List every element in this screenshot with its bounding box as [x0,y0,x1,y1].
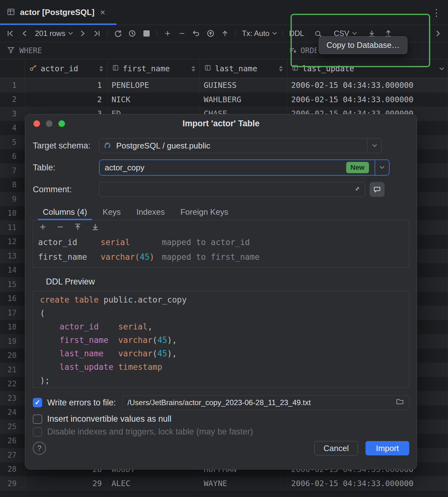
add-row-button[interactable]: + [162,27,173,40]
help-button[interactable]: ? [33,442,46,455]
gutter-header [0,59,25,78]
tab-foreign-keys[interactable]: Foreign Keys [174,204,234,219]
table-name-input[interactable]: actor_copy New [99,159,390,176]
tx-mode-dropdown[interactable]: Tx: Auto [242,29,276,38]
columns-toolbar [33,220,409,235]
previous-page-button[interactable] [19,27,30,40]
cell-last-name[interactable]: WAYNE [200,476,287,491]
cell-first-name[interactable]: PENELOPE [108,78,200,93]
sort-arrows-icon[interactable] [279,66,283,72]
expand-icon[interactable] [354,185,361,194]
delete-row-button[interactable]: − [176,27,187,40]
column-type: varchar(45) [101,267,162,268]
column-icon [292,64,299,73]
first-page-button[interactable] [5,27,16,40]
column-header-last-update[interactable]: last_update [287,59,448,78]
column-header-actor-id[interactable]: actor_id [25,59,108,78]
target-schema-select[interactable]: PostgreSQL / guest.public [99,138,382,153]
comment-label: Comment: [33,185,72,194]
ddl-button[interactable]: DDL [289,29,304,38]
cell-last-update[interactable]: 2006-02-15 04:34:33.000000 [287,93,448,107]
cell-actor-id[interactable]: 1 [25,78,108,93]
column-header-last-name[interactable]: last_name [200,59,287,78]
row-number: 10 [0,206,25,221]
schema-dropdown-button[interactable] [367,138,381,153]
ddl-preview-label: DDL Preview [46,277,409,287]
column-mapping-row[interactable]: last_name varchar(45) mapped to last_nam… [33,264,409,268]
tab-columns[interactable]: Columns (4) [37,204,93,219]
import-table-dialog: Import 'actor' Table Target schema: Post… [25,114,417,469]
cell-actor-id[interactable]: 2 [25,93,108,107]
cell-last-name[interactable]: GUINESS [200,78,287,93]
table-dropdown-button[interactable] [375,160,389,175]
tab-close-icon[interactable]: × [100,8,105,17]
zoom-window-button[interactable] [58,120,65,127]
kebab-menu-icon[interactable]: ⋮ [432,7,441,18]
cell-first-name[interactable]: NICK [108,93,200,107]
row-number: 3 [0,107,25,121]
revert-button[interactable] [191,27,202,40]
cell-last-name[interactable]: WAHLBERG [200,93,287,107]
remove-column-button[interactable] [56,223,64,232]
column-name: first_name [123,64,170,73]
sort-arrows-icon[interactable] [99,66,103,72]
row-number: 9 [0,192,25,206]
toolbar-separator [157,30,157,37]
order-by-group[interactable]: ORDER BY [289,46,317,55]
stop-button[interactable] [141,27,152,40]
filter-funnel-icon[interactable] [7,46,15,55]
last-page-button[interactable] [91,27,102,40]
cell-actor-id[interactable]: 29 [25,476,108,491]
column-mapping-row[interactable]: first_name varchar(45) mapped to first_n… [33,249,409,264]
editor-tab-actor[interactable]: actor [PostgreSQL] × [0,0,117,25]
row-number: 11 [0,220,25,235]
write-errors-checkbox[interactable]: ✓ [33,398,42,407]
column-header-first-name[interactable]: first_name [108,59,200,78]
next-page-button[interactable] [77,27,88,40]
dialog-title: Import 'actor' Table [182,119,259,128]
row-number: 17 [0,306,25,320]
error-file-path-value: /Users/JetBrains/actor_copy_2023-06-28_1… [127,398,311,407]
sort-arrows-icon[interactable] [192,66,195,72]
comment-input[interactable] [99,182,365,197]
move-down-button[interactable] [91,223,99,232]
column-type: serial [101,238,162,247]
move-up-button[interactable] [74,223,82,232]
commit-button[interactable] [219,27,231,40]
where-filter-input[interactable]: WHERE [19,46,42,55]
row-number: 23 [0,391,25,405]
tab-keys[interactable]: Keys [97,204,127,219]
import-button[interactable]: Import [366,441,409,455]
table-row[interactable]: 11PENELOPEGUINESS2006-02-15 04:34:33.000… [0,78,448,93]
row-number: 6 [0,149,25,164]
disable-indexes-checkbox[interactable] [33,427,42,437]
table-name-value: actor_copy [105,163,144,173]
cell-last-update[interactable]: 2006-02-15 04:34:33.000000 [287,78,448,93]
row-number: 1 [0,78,25,93]
folder-icon[interactable] [396,398,404,408]
window-controls [33,114,65,133]
auto-refresh-clock-button[interactable] [127,27,138,40]
rows-count-dropdown[interactable]: 201 rows [35,29,72,38]
order-by-input[interactable]: ORDER BY [301,46,317,55]
column-mapping-row[interactable]: actor_id serial mapped to actor_id [33,235,409,249]
minimize-window-button[interactable] [46,120,52,127]
more-toolbar-button[interactable] [432,27,443,40]
submit-button[interactable] [205,27,216,40]
header-options-icon[interactable] [440,65,444,70]
cancel-button[interactable]: Cancel [314,441,358,455]
chevron-down-icon [380,164,384,169]
close-window-button[interactable] [33,120,40,127]
tab-indexes[interactable]: Indexes [130,204,171,219]
refresh-button[interactable] [112,27,123,40]
insert-null-checkbox[interactable] [33,414,42,424]
target-schema-row: Target schema: PostgreSQL / guest.public [33,138,409,153]
comment-bubble-button[interactable] [370,182,385,197]
table-grid-icon [7,8,15,17]
error-file-path-input[interactable]: /Users/JetBrains/actor_copy_2023-06-28_1… [122,395,409,410]
cell-first-name[interactable]: ALEC [108,476,200,491]
cell-last-update[interactable]: 2006-02-15 04:34:33.000000 [287,476,448,491]
table-row[interactable]: 2929ALECWAYNE2006-02-15 04:34:33.000000 [0,476,448,491]
table-row[interactable]: 22NICKWAHLBERG2006-02-15 04:34:33.000000 [0,93,448,107]
add-column-button[interactable] [39,223,47,232]
